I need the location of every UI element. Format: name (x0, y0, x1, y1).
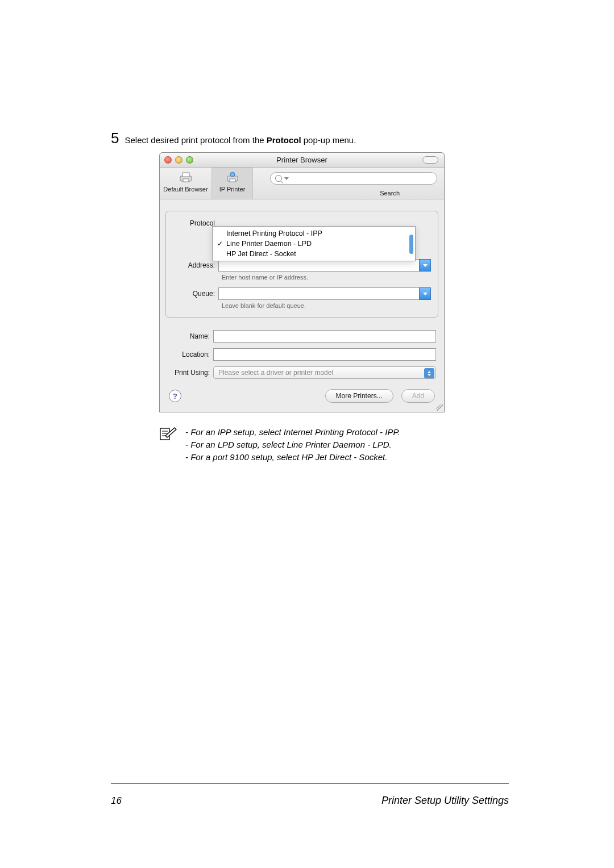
resize-grip-icon[interactable] (436, 404, 443, 411)
name-row: Name: (168, 330, 436, 343)
tab-ip-printer[interactable]: IP Printer (212, 168, 253, 199)
window-body: Protocol Internet Printing Protocol - IP… (160, 199, 444, 412)
print-using-value: Please select a driver or printer model (218, 369, 333, 377)
address-label: Address: (173, 261, 218, 269)
tab-default-browser[interactable]: Default Browser (160, 168, 212, 199)
page-number: 16 (111, 795, 139, 807)
tab-default-browser-label: Default Browser (163, 186, 208, 193)
protocol-option-lpd[interactable]: ✓ Line Printer Daemon - LPD (213, 239, 415, 249)
help-button[interactable]: ? (169, 390, 181, 402)
protocol-option-socket[interactable]: HP Jet Direct - Socket (213, 249, 415, 259)
connection-panel: Protocol Internet Printing Protocol - IP… (165, 211, 438, 318)
footer-rule (111, 783, 509, 784)
print-using-label: Print Using: (168, 369, 213, 377)
location-input[interactable] (213, 348, 436, 361)
chevron-down-icon[interactable] (284, 177, 289, 180)
window-titlebar[interactable]: Printer Browser (160, 153, 444, 168)
add-button-label: Add (412, 392, 424, 400)
toolbar-toggle-icon[interactable] (422, 156, 438, 164)
print-using-select[interactable]: Please select a driver or printer model (213, 366, 436, 379)
address-hint: Enter host name or IP address. (222, 274, 431, 281)
queue-row: Queue: (173, 287, 431, 300)
note-text: - For an IPP setup, select Internet Prin… (185, 426, 400, 463)
name-label: Name: (168, 332, 213, 340)
close-icon[interactable] (164, 156, 172, 164)
protocol-option-socket-label: HP Jet Direct - Socket (226, 250, 296, 258)
note-line-3: - For a port 9100 setup, select HP Jet D… (185, 451, 400, 464)
zoom-icon[interactable] (186, 156, 193, 164)
toolbar: Default Browser IP Printer (160, 168, 444, 199)
more-printers-label: More Printers... (336, 392, 383, 400)
note-line-2: - For an LPD setup, select Line Printer … (185, 439, 400, 451)
queue-history-button[interactable] (419, 287, 431, 300)
search-icon (275, 175, 282, 182)
step-text-bold: Protocol (267, 135, 301, 145)
address-history-button[interactable] (419, 259, 431, 272)
search-label: Search (380, 190, 400, 197)
svg-rect-2 (183, 179, 189, 182)
note-icon (159, 426, 177, 463)
svg-rect-1 (182, 173, 189, 177)
traffic-lights (164, 156, 193, 164)
more-printers-button[interactable]: More Printers... (325, 389, 393, 403)
location-row: Location: (168, 348, 436, 361)
protocol-option-lpd-label: Line Printer Daemon - LPD (226, 240, 312, 248)
scroll-indicator (409, 235, 413, 254)
add-button[interactable]: Add (401, 389, 435, 403)
toolbar-search-area: Search (253, 168, 444, 199)
location-label: Location: (168, 350, 213, 358)
search-input[interactable] (270, 172, 437, 185)
protocol-option-ipp[interactable]: Internet Printing Protocol - IPP (213, 228, 415, 239)
window-title: Printer Browser (276, 156, 327, 164)
name-input[interactable] (213, 330, 436, 343)
step-text-suffix: pop-up menu. (301, 135, 356, 145)
queue-label: Queue: (173, 290, 218, 298)
protocol-popup[interactable]: Internet Printing Protocol - IPP ✓ Line … (212, 226, 416, 261)
svg-point-4 (230, 172, 235, 177)
step-number: 5 (111, 131, 119, 145)
identity-panel: Name: Location: Print Using: Please sele… (165, 330, 438, 379)
protocol-option-ipp-label: Internet Printing Protocol - IPP (226, 229, 322, 237)
note-block: - For an IPP setup, select Internet Prin… (159, 426, 509, 463)
queue-input[interactable] (218, 287, 419, 300)
checkmark-icon: ✓ (217, 240, 223, 248)
print-using-row: Print Using: Please select a driver or p… (168, 366, 436, 379)
svg-rect-5 (230, 179, 235, 182)
tab-ip-printer-label: IP Printer (219, 186, 246, 193)
page-footer: 16 Printer Setup Utility Settings (111, 795, 509, 807)
step-5: 5 Select desired print protocol from the… (111, 131, 509, 145)
page-body: 5 Select desired print protocol from the… (111, 131, 509, 463)
step-text: Select desired print protocol from the P… (125, 135, 356, 145)
printer-icon (177, 171, 194, 183)
printer-browser-window: Printer Browser Default Browser (159, 152, 445, 412)
note-line-1: - For an IPP setup, select Internet Prin… (185, 426, 400, 439)
minimize-icon[interactable] (175, 156, 182, 164)
queue-hint: Leave blank for default queue. (222, 302, 431, 309)
updown-arrows-icon (424, 368, 434, 378)
step-text-prefix: Select desired print protocol from the (125, 135, 266, 145)
protocol-label: Protocol (173, 219, 218, 227)
question-mark-icon: ? (173, 392, 177, 400)
network-printer-icon (224, 171, 241, 183)
window-footer: ? More Printers... Add (165, 389, 438, 406)
page-footer-title: Printer Setup Utility Settings (139, 795, 509, 807)
